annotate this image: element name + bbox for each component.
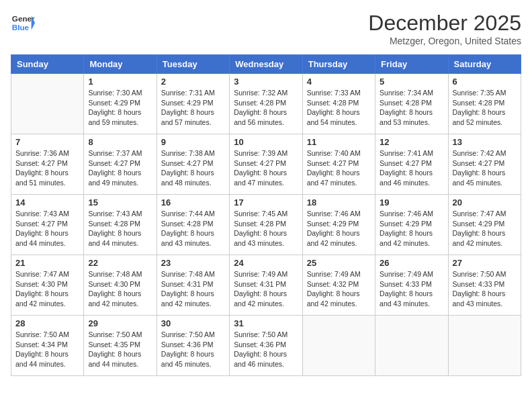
day-info: Sunrise: 7:43 AMSunset: 4:27 PMDaylight:…: [15, 209, 79, 248]
svg-text:Blue: Blue: [12, 23, 30, 32]
calendar-cell: 2Sunrise: 7:31 AMSunset: 4:29 PMDaylight…: [157, 74, 229, 134]
calendar-cell: 4Sunrise: 7:33 AMSunset: 4:28 PMDaylight…: [302, 74, 375, 134]
day-number: 14: [15, 197, 79, 208]
calendar-cell: 11Sunrise: 7:40 AMSunset: 4:27 PMDayligh…: [302, 134, 375, 195]
day-info: Sunrise: 7:49 AMSunset: 4:31 PMDaylight:…: [234, 269, 298, 309]
calendar-cell: 29Sunrise: 7:50 AMSunset: 4:35 PMDayligh…: [84, 316, 157, 376]
day-info: Sunrise: 7:31 AMSunset: 4:29 PMDaylight:…: [161, 88, 225, 128]
calendar-cell: 9Sunrise: 7:38 AMSunset: 4:27 PMDaylight…: [157, 134, 229, 195]
day-number: 7: [15, 137, 79, 147]
col-header-thursday: Thursday: [302, 55, 375, 74]
day-number: 11: [307, 137, 371, 147]
calendar-cell: 24Sunrise: 7:49 AMSunset: 4:31 PMDayligh…: [230, 255, 302, 316]
day-info: Sunrise: 7:49 AMSunset: 4:32 PMDaylight:…: [307, 269, 371, 309]
day-number: 23: [161, 258, 225, 268]
calendar-cell: 27Sunrise: 7:50 AMSunset: 4:33 PMDayligh…: [448, 255, 521, 316]
day-number: 18: [307, 197, 371, 208]
day-info: Sunrise: 7:38 AMSunset: 4:27 PMDaylight:…: [161, 148, 225, 188]
day-info: Sunrise: 7:46 AMSunset: 4:29 PMDaylight:…: [307, 209, 371, 248]
day-info: Sunrise: 7:45 AMSunset: 4:28 PMDaylight:…: [234, 209, 298, 248]
day-number: 22: [88, 258, 152, 268]
week-row-5: 28Sunrise: 7:50 AMSunset: 4:34 PMDayligh…: [11, 316, 521, 376]
location: Metzger, Oregon, United States: [368, 36, 521, 46]
header-row: SundayMondayTuesdayWednesdayThursdayFrid…: [11, 55, 521, 74]
calendar-cell: [448, 316, 521, 376]
calendar-cell: 23Sunrise: 7:48 AMSunset: 4:31 PMDayligh…: [157, 255, 229, 316]
calendar-cell: 25Sunrise: 7:49 AMSunset: 4:32 PMDayligh…: [302, 255, 375, 316]
day-number: 24: [234, 258, 298, 268]
day-number: 27: [453, 258, 517, 268]
day-number: 9: [161, 137, 225, 147]
calendar-cell: 7Sunrise: 7:36 AMSunset: 4:27 PMDaylight…: [11, 134, 84, 195]
calendar-cell: 8Sunrise: 7:37 AMSunset: 4:27 PMDaylight…: [84, 134, 157, 195]
day-info: Sunrise: 7:50 AMSunset: 4:36 PMDaylight:…: [234, 330, 298, 369]
day-number: 6: [453, 77, 517, 87]
calendar-cell: 13Sunrise: 7:42 AMSunset: 4:27 PMDayligh…: [448, 134, 521, 195]
day-info: Sunrise: 7:33 AMSunset: 4:28 PMDaylight:…: [307, 88, 371, 128]
day-info: Sunrise: 7:47 AMSunset: 4:29 PMDaylight:…: [453, 209, 517, 248]
calendar-cell: 22Sunrise: 7:48 AMSunset: 4:30 PMDayligh…: [84, 255, 157, 316]
calendar-cell: 28Sunrise: 7:50 AMSunset: 4:34 PMDayligh…: [11, 316, 84, 376]
col-header-tuesday: Tuesday: [157, 55, 229, 74]
week-row-3: 14Sunrise: 7:43 AMSunset: 4:27 PMDayligh…: [11, 195, 521, 255]
calendar-cell: 21Sunrise: 7:47 AMSunset: 4:30 PMDayligh…: [11, 255, 84, 316]
calendar-cell: 18Sunrise: 7:46 AMSunset: 4:29 PMDayligh…: [302, 195, 375, 255]
day-info: Sunrise: 7:49 AMSunset: 4:33 PMDaylight:…: [380, 269, 443, 309]
day-number: 13: [453, 137, 517, 147]
day-info: Sunrise: 7:47 AMSunset: 4:30 PMDaylight:…: [15, 269, 79, 309]
day-number: 12: [380, 137, 443, 147]
day-number: 30: [161, 318, 225, 328]
week-row-1: 1Sunrise: 7:30 AMSunset: 4:29 PMDaylight…: [11, 74, 521, 134]
calendar-cell: 14Sunrise: 7:43 AMSunset: 4:27 PMDayligh…: [11, 195, 84, 255]
day-info: Sunrise: 7:30 AMSunset: 4:29 PMDaylight:…: [88, 88, 152, 128]
calendar-cell: [375, 316, 448, 376]
week-row-2: 7Sunrise: 7:36 AMSunset: 4:27 PMDaylight…: [11, 134, 521, 195]
day-number: 17: [234, 197, 298, 208]
day-number: 26: [380, 258, 443, 268]
calendar-table: SundayMondayTuesdayWednesdayThursdayFrid…: [11, 54, 521, 376]
day-info: Sunrise: 7:36 AMSunset: 4:27 PMDaylight:…: [15, 148, 79, 188]
day-number: 28: [15, 318, 79, 328]
day-info: Sunrise: 7:34 AMSunset: 4:28 PMDaylight:…: [380, 88, 443, 128]
day-number: 5: [380, 77, 443, 87]
day-number: 4: [307, 77, 371, 87]
calendar-cell: 17Sunrise: 7:45 AMSunset: 4:28 PMDayligh…: [230, 195, 302, 255]
week-row-4: 21Sunrise: 7:47 AMSunset: 4:30 PMDayligh…: [11, 255, 521, 316]
day-number: 21: [15, 258, 79, 268]
day-info: Sunrise: 7:48 AMSunset: 4:30 PMDaylight:…: [88, 269, 152, 309]
day-number: 29: [88, 318, 152, 328]
col-header-sunday: Sunday: [11, 55, 84, 74]
logo: General Blue: [11, 11, 35, 35]
calendar-cell: 19Sunrise: 7:46 AMSunset: 4:29 PMDayligh…: [375, 195, 448, 255]
day-number: 1: [88, 77, 152, 87]
calendar-cell: 15Sunrise: 7:43 AMSunset: 4:28 PMDayligh…: [84, 195, 157, 255]
day-info: Sunrise: 7:50 AMSunset: 4:33 PMDaylight:…: [453, 269, 517, 309]
day-info: Sunrise: 7:40 AMSunset: 4:27 PMDaylight:…: [307, 148, 371, 188]
calendar-cell: 3Sunrise: 7:32 AMSunset: 4:28 PMDaylight…: [230, 74, 302, 134]
page-header: General Blue December 2025 Metzger, Oreg…: [11, 11, 521, 46]
calendar-cell: 6Sunrise: 7:35 AMSunset: 4:28 PMDaylight…: [448, 74, 521, 134]
day-number: 16: [161, 197, 225, 208]
calendar-cell: 20Sunrise: 7:47 AMSunset: 4:29 PMDayligh…: [448, 195, 521, 255]
day-info: Sunrise: 7:32 AMSunset: 4:28 PMDaylight:…: [234, 88, 298, 128]
day-number: 8: [88, 137, 152, 147]
logo-icon: General Blue: [11, 11, 35, 35]
day-number: 19: [380, 197, 443, 208]
day-info: Sunrise: 7:37 AMSunset: 4:27 PMDaylight:…: [88, 148, 152, 188]
col-header-monday: Monday: [84, 55, 157, 74]
calendar-cell: 10Sunrise: 7:39 AMSunset: 4:27 PMDayligh…: [230, 134, 302, 195]
day-number: 15: [88, 197, 152, 208]
col-header-saturday: Saturday: [448, 55, 521, 74]
day-info: Sunrise: 7:48 AMSunset: 4:31 PMDaylight:…: [161, 269, 225, 309]
day-info: Sunrise: 7:46 AMSunset: 4:29 PMDaylight:…: [380, 209, 443, 248]
day-info: Sunrise: 7:50 AMSunset: 4:34 PMDaylight:…: [15, 330, 79, 369]
month-title: December 2025: [368, 11, 521, 36]
calendar-cell: 12Sunrise: 7:41 AMSunset: 4:27 PMDayligh…: [375, 134, 448, 195]
calendar-cell: 1Sunrise: 7:30 AMSunset: 4:29 PMDaylight…: [84, 74, 157, 134]
day-number: 20: [453, 197, 517, 208]
col-header-friday: Friday: [375, 55, 448, 74]
day-info: Sunrise: 7:44 AMSunset: 4:28 PMDaylight:…: [161, 209, 225, 248]
day-info: Sunrise: 7:50 AMSunset: 4:36 PMDaylight:…: [161, 330, 225, 369]
calendar-cell: 26Sunrise: 7:49 AMSunset: 4:33 PMDayligh…: [375, 255, 448, 316]
calendar-cell: 30Sunrise: 7:50 AMSunset: 4:36 PMDayligh…: [157, 316, 229, 376]
